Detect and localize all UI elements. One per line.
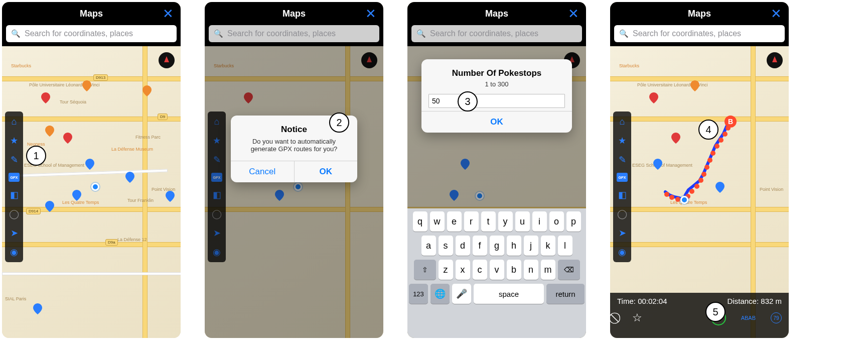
ok-button[interactable]: OK (421, 111, 572, 133)
map-pin[interactable] (125, 172, 134, 183)
abab-label[interactable]: ABAB (741, 315, 756, 321)
pokestops-input[interactable] (428, 94, 565, 108)
map-area[interactable]: Number Of Pokestops 1 to 300 OK 3 q w e … (407, 46, 586, 338)
road-badge: D9 (158, 114, 168, 120)
key-n[interactable]: n (524, 260, 538, 280)
map-area[interactable]: Starbucks ⌂ ★ ✎ GPX ◧ ◯ ➤ ◉ Notice Do yo… (205, 46, 383, 338)
key-mic[interactable]: 🎤 (452, 284, 471, 304)
map-pin[interactable] (45, 201, 54, 212)
key-e[interactable]: e (447, 211, 462, 232)
map-label: Tour Franklin (127, 198, 154, 203)
compass-icon[interactable] (767, 52, 783, 68)
map-pin[interactable] (41, 92, 50, 103)
key-o[interactable]: o (549, 211, 564, 232)
pokeball-icon[interactable]: ◯ (8, 208, 20, 220)
close-icon[interactable]: ✕ (568, 6, 579, 22)
map-pin[interactable] (649, 92, 658, 103)
map-pin[interactable] (715, 182, 725, 193)
map-pin[interactable] (85, 159, 94, 170)
gpx-icon[interactable]: GPX (9, 173, 20, 182)
key-a[interactable]: a (421, 236, 436, 256)
key-globe[interactable]: 🌐 (430, 284, 450, 304)
key-s[interactable]: s (439, 236, 453, 256)
key-numbers[interactable]: 123 (409, 284, 428, 304)
key-shift[interactable]: ⇧ (414, 260, 436, 280)
map-pin[interactable] (72, 190, 81, 201)
keyboard: q w e r t y u i o p a s d f g h j k l (407, 208, 586, 338)
star-icon[interactable]: ★ (616, 135, 628, 147)
key-b[interactable]: b (507, 260, 521, 280)
nav-arrow-icon[interactable]: ➤ (8, 227, 20, 239)
key-g[interactable]: g (490, 236, 504, 256)
map-pin[interactable] (166, 191, 175, 202)
locate-icon[interactable]: ◉ (8, 246, 20, 258)
gpx-icon[interactable]: GPX (617, 173, 628, 182)
key-t[interactable]: t (481, 211, 496, 232)
locate-icon[interactable]: ◉ (616, 246, 628, 258)
key-m[interactable]: m (541, 260, 555, 280)
nav-arrow-icon[interactable]: ➤ (616, 227, 628, 239)
round-counter[interactable]: 79 (771, 312, 782, 323)
search-input[interactable]: 🔍 Search for coordinates, places (6, 25, 177, 42)
home-icon[interactable]: ⌂ (616, 116, 628, 128)
route-icon[interactable]: ✎ (616, 154, 628, 166)
map-pin[interactable] (33, 303, 42, 314)
key-c[interactable]: c (473, 260, 487, 280)
key-y[interactable]: y (498, 211, 513, 232)
pokemon-icon[interactable]: ◧ (616, 189, 628, 201)
map-label: Starbucks (619, 63, 639, 68)
home-icon[interactable]: ⌂ (8, 116, 20, 128)
cancel-button[interactable]: Cancel (231, 161, 294, 182)
key-k[interactable]: k (541, 236, 555, 256)
key-l[interactable]: l (558, 236, 572, 256)
map-pin[interactable] (63, 133, 72, 144)
search-input[interactable]: 🔍 Search for coordinates, places (614, 25, 785, 42)
close-icon[interactable]: ✕ (163, 6, 174, 22)
key-u[interactable]: u (515, 211, 530, 232)
key-z[interactable]: z (439, 260, 453, 280)
key-backspace[interactable]: ⌫ (558, 260, 580, 280)
pokeball-icon[interactable]: ◯ (616, 208, 628, 220)
key-return[interactable]: return (546, 284, 585, 304)
search-input[interactable]: 🔍 Search for coordinates, places (411, 25, 582, 42)
close-icon[interactable]: ✕ (771, 6, 782, 22)
key-v[interactable]: v (490, 260, 504, 280)
search-input[interactable]: 🔍 Search for coordinates, places (209, 25, 379, 42)
alert-subtitle: 1 to 300 (421, 80, 572, 88)
key-w[interactable]: w (430, 211, 445, 232)
search-placeholder: Search for coordinates, places (227, 29, 336, 38)
map-pin[interactable] (653, 159, 662, 170)
modal-overlay (205, 46, 383, 338)
route-dot (698, 178, 703, 183)
map-pin[interactable] (82, 80, 91, 91)
close-icon[interactable]: ✕ (365, 6, 376, 22)
key-h[interactable]: h (507, 236, 521, 256)
key-p[interactable]: p (566, 211, 581, 232)
key-q[interactable]: q (413, 211, 427, 232)
pokestops-alert: Number Of Pokestops 1 to 300 OK (421, 59, 572, 133)
key-j[interactable]: j (524, 236, 538, 256)
map-area[interactable]: Starbucks Pôle Universitaire Léonard de … (2, 46, 181, 338)
route-dot (707, 158, 712, 163)
map-pin[interactable] (45, 126, 54, 137)
key-i[interactable]: i (532, 211, 547, 232)
map-pin[interactable] (671, 133, 680, 144)
ok-button[interactable]: OK (294, 161, 358, 182)
map-area[interactable]: Starbucks Pôle Universitaire Léonard de … (610, 46, 789, 338)
bottom-status-panel: Time: 00:02:04 Distance: 832 m ⃠ ☆ ▶ ABA… (610, 293, 789, 338)
pokemon-icon[interactable]: ◧ (8, 189, 20, 201)
key-r[interactable]: r (464, 211, 479, 232)
key-d[interactable]: d (456, 236, 470, 256)
key-x[interactable]: x (456, 260, 470, 280)
key-space[interactable]: space (474, 284, 544, 304)
map-pin[interactable] (142, 85, 152, 96)
step-badge-1: 1 (26, 146, 46, 166)
titlebar: Maps ✕ (407, 2, 586, 25)
star-icon[interactable]: ★ (8, 135, 20, 147)
route-icon[interactable]: ✎ (8, 154, 20, 166)
key-f[interactable]: f (473, 236, 487, 256)
step-badge-2: 2 (329, 112, 349, 133)
map-pin[interactable] (690, 80, 699, 91)
compass-icon[interactable] (159, 52, 175, 68)
favorite-icon[interactable]: ☆ (632, 311, 642, 324)
